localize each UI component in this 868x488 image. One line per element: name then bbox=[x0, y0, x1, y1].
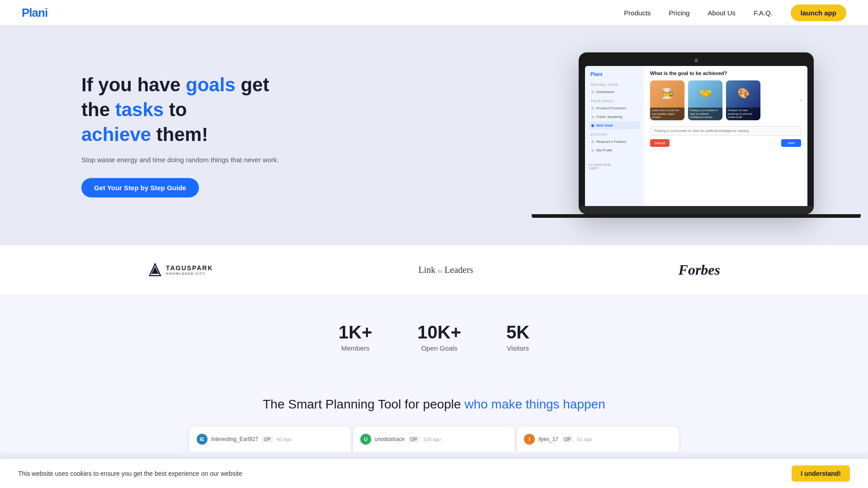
laptop-stand bbox=[532, 214, 861, 218]
smart-section: The Smart Planning Tool for people who m… bbox=[0, 379, 868, 452]
hero-cta-button[interactable]: Get Your Step by Step Guide bbox=[81, 178, 199, 197]
sidebar-section-central: Central Room bbox=[589, 83, 640, 86]
headline-goals: goals bbox=[186, 74, 236, 95]
stat-members-number: 1K+ bbox=[339, 322, 373, 343]
cancel-button[interactable]: cancel bbox=[650, 139, 670, 147]
smart-title-highlight: who make things happen bbox=[464, 397, 605, 411]
card-label-2: Finding a co-founder to start an artific… bbox=[688, 108, 722, 120]
goal-card-3[interactable]: 🎨 Produce 10 new paintings to sell and c… bbox=[726, 80, 760, 120]
hero-subtext: Stop waste energy and time doing random … bbox=[81, 155, 289, 165]
sidebar-active-dot-icon bbox=[591, 124, 594, 127]
link-to-leaders-logo: Link to Leaders bbox=[418, 265, 473, 275]
sidebar-dot-icon bbox=[591, 116, 594, 118]
app-input-area bbox=[650, 126, 801, 139]
stat-visitors: 5K Visitors bbox=[506, 322, 529, 352]
goal-card-1[interactable]: 👨‍🍳 Learn how to cook five new healthy v… bbox=[650, 80, 684, 120]
sidebar-item-product-promo[interactable]: Product Promotion bbox=[589, 104, 640, 112]
app-footer-admin[interactable]: Go Admin Desk bbox=[589, 163, 640, 166]
headline-achieve: achieve bbox=[81, 124, 151, 145]
preview-cards-row: IE Interesting_Earl927 OP 4d ago U unodo… bbox=[0, 426, 868, 452]
app-sidebar: Plani Central Room Dashboard Your Goals … bbox=[585, 66, 644, 206]
card-person-3: 🎨 bbox=[726, 80, 760, 107]
preview-time-3: 5d ago bbox=[576, 436, 592, 442]
card-label-3: Produce 10 new paintings to sell and cre… bbox=[726, 108, 760, 120]
card-person-2: 🤝 bbox=[688, 80, 722, 107]
card-label-1: Learn how to cook five new healthy vegan… bbox=[650, 108, 684, 120]
footer-admin-label: Go Admin Desk bbox=[589, 163, 611, 166]
headline-tasks: tasks bbox=[115, 99, 164, 120]
laptop-shell: Plani Central Room Dashboard Your Goals … bbox=[579, 52, 814, 214]
app-footer-logout[interactable]: Logout bbox=[589, 166, 640, 169]
laptop-mockup: Plani Central Room Dashboard Your Goals … bbox=[579, 52, 814, 218]
sidebar-goal1-label: Product Promotion bbox=[596, 106, 626, 110]
forbes-text: Forbes bbox=[679, 262, 720, 278]
goal-card-2[interactable]: 🤝 Finding a co-founder to start an artif… bbox=[688, 80, 722, 120]
preview-card-3: I ilyes_17 OP 5d ago bbox=[516, 426, 679, 452]
app-action-buttons: cancel start bbox=[650, 139, 801, 147]
stat-open-goals: 10K+ Open Goals bbox=[417, 322, 461, 352]
smart-title-pre: The Smart Planning Tool for people bbox=[263, 397, 464, 411]
nav-pricing[interactable]: Pricing bbox=[669, 9, 690, 17]
stat-members-label: Members bbox=[339, 344, 373, 352]
hero-section: If you have goals get the tasks toachiev… bbox=[0, 25, 868, 245]
preview-badge-3: OP bbox=[562, 436, 573, 442]
headline-post: to bbox=[164, 99, 187, 120]
footer-logout-label: Logout bbox=[589, 166, 598, 169]
stat-visitors-label: Visitors bbox=[506, 344, 529, 352]
stat-visitors-number: 5K bbox=[506, 322, 529, 343]
sidebar-dot-icon bbox=[591, 141, 594, 143]
sidebar-goal2-label: Public Speaking bbox=[596, 115, 622, 119]
goal-input[interactable] bbox=[650, 126, 801, 136]
sidebar-section-goals: Your Goals bbox=[589, 99, 640, 103]
preview-avatar-3: I bbox=[524, 434, 535, 445]
stat-goals-number: 10K+ bbox=[417, 322, 461, 343]
app-main-content: What is the goal to be achieved? ‹ 👨‍🍳 L… bbox=[644, 66, 807, 206]
forbes-logo: Forbes bbox=[679, 262, 720, 278]
app-goal-cards: ‹ 👨‍🍳 Learn how to cook five new healthy… bbox=[650, 80, 801, 120]
preview-avatar-1: IE bbox=[197, 434, 208, 445]
sidebar-item-public-speaking[interactable]: Public Speaking bbox=[589, 113, 640, 121]
preview-badge-2: OP bbox=[408, 436, 419, 442]
stat-goals-label: Open Goals bbox=[417, 344, 461, 352]
nav-products[interactable]: Products bbox=[624, 9, 651, 17]
carousel-next-arrow[interactable]: › bbox=[797, 97, 804, 103]
sidebar-item-profile[interactable]: My Profile bbox=[589, 146, 640, 154]
laptop-base bbox=[579, 206, 814, 214]
sidebar-dot-icon bbox=[591, 91, 594, 94]
preview-card-1: IE Interesting_Earl927 OP 4d ago bbox=[189, 426, 352, 452]
preview-user-1: Interesting_Earl927 bbox=[211, 436, 258, 442]
app-main-question: What is the goal to be achieved? bbox=[650, 70, 801, 76]
sidebar-item-new-goal[interactable]: New Goal bbox=[589, 122, 640, 129]
navbar: Plani Products Pricing About Us F.A.Q. l… bbox=[0, 0, 868, 25]
nav-about[interactable]: About Us bbox=[708, 9, 736, 17]
taguspark-logo: TAGUSPARK KNOWLEDGE CITY bbox=[148, 263, 213, 277]
logo[interactable]: Plani bbox=[22, 6, 47, 20]
sidebar-item-request[interactable]: Request a Feature bbox=[589, 138, 640, 145]
sidebar-dashboard-label: Dashboard bbox=[596, 90, 614, 94]
sidebar-dot-icon bbox=[591, 149, 594, 152]
sidebar-item-dashboard[interactable]: Dashboard bbox=[589, 88, 640, 96]
preview-user-3: ilyes_17 bbox=[538, 436, 558, 442]
sidebar-account2-label: My Profile bbox=[596, 148, 613, 152]
taguspark-subtitle: KNOWLEDGE CITY bbox=[166, 272, 213, 276]
preview-badge-1: OP bbox=[262, 436, 273, 442]
card-person-1: 👨‍🍳 bbox=[650, 80, 684, 107]
hero-text-block: If you have goals get the tasks toachiev… bbox=[81, 73, 289, 197]
preview-time-1: 4d ago bbox=[277, 436, 292, 442]
taguspark-icon bbox=[148, 263, 162, 277]
sidebar-account1-label: Request a Feature bbox=[596, 140, 626, 144]
smart-title: The Smart Planning Tool for people who m… bbox=[0, 397, 868, 412]
sidebar-section-account: Account bbox=[589, 133, 640, 136]
nav-faq[interactable]: F.A.Q. bbox=[754, 9, 773, 17]
preview-card-1-header: IE Interesting_Earl927 OP 4d ago bbox=[197, 434, 344, 445]
start-button[interactable]: start bbox=[781, 139, 801, 147]
headline-pre: If you have bbox=[81, 74, 186, 95]
stat-members: 1K+ Members bbox=[339, 322, 373, 352]
stats-section: 1K+ Members 10K+ Open Goals 5K Visitors bbox=[0, 295, 868, 379]
sidebar-goal3-label: New Goal bbox=[596, 123, 613, 127]
sidebar-dot-icon bbox=[591, 107, 594, 110]
launch-app-button[interactable]: launch app bbox=[791, 5, 846, 21]
app-logo: Plani bbox=[589, 70, 640, 78]
press-section: TAGUSPARK KNOWLEDGE CITY Link to Leaders… bbox=[0, 245, 868, 295]
preview-card-2: U unodostrace OP 10d ago bbox=[353, 426, 515, 452]
